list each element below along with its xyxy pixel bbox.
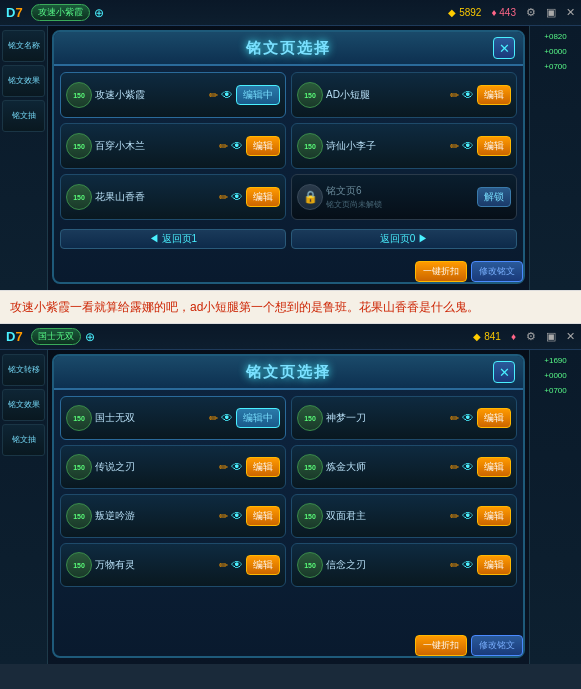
pencil-icon-d5[interactable]: ✏ — [219, 510, 228, 523]
card-d6: 150 双面君主 ✏ 👁 编辑 — [291, 494, 517, 538]
modal-title-1: 铭文页选择 — [246, 39, 331, 58]
menu-icon[interactable]: ▣ — [546, 6, 556, 19]
eye-icon-5[interactable]: 👁 — [231, 190, 243, 204]
eye-icon-2[interactable]: 👁 — [462, 88, 474, 102]
level-badge-d7: 150 — [66, 552, 92, 578]
edit-btn-d6[interactable]: 编辑 — [477, 506, 511, 526]
eye-icon-3[interactable]: 👁 — [231, 139, 243, 153]
edit-btn-1[interactable]: 编辑中 — [236, 85, 280, 105]
mode-btn-bottom[interactable]: 国士无双 — [31, 328, 81, 345]
sidebar-item-2[interactable]: 铭文效果 — [2, 65, 45, 97]
card-name-2: AD小短腿 — [326, 88, 447, 102]
card-2: 150 AD小短腿 ✏ 👁 编辑 — [291, 72, 517, 118]
logo-top: D7 — [6, 5, 23, 20]
modal-close-2[interactable]: ✕ — [493, 361, 515, 383]
diamond-icon-bottom: ♦ — [511, 331, 516, 342]
pencil-icon-d6[interactable]: ✏ — [450, 510, 459, 523]
menu-icon-bottom[interactable]: ▣ — [546, 330, 556, 343]
modal-header-1: 铭文页选择 ✕ — [54, 32, 523, 66]
sidebar-item-3[interactable]: 铭文抽 — [2, 100, 45, 132]
action-btn-discount-top[interactable]: 一键折扣 — [415, 261, 467, 282]
close-icon-top[interactable]: ✕ — [566, 6, 575, 19]
cards-grid-1: 150 攻速小紫霞 ✏ 👁 编辑中 150 AD小短腿 ✏ 👁 编辑 150 百… — [54, 66, 523, 226]
pencil-icon-d1[interactable]: ✏ — [209, 412, 218, 425]
edit-btn-d2[interactable]: 编辑 — [477, 408, 511, 428]
sidebar-bottom-1[interactable]: 铭文转移 — [2, 354, 45, 386]
prev-page-1[interactable]: ◀ 返回页1 — [60, 229, 286, 249]
edit-btn-3[interactable]: 编辑 — [246, 136, 280, 156]
right-sidebar-bottom: +1690 +0000 +0700 — [529, 350, 581, 664]
card-4: 150 诗仙小李子 ✏ 👁 编辑 — [291, 123, 517, 169]
unlock-btn-6[interactable]: 解锁 — [477, 187, 511, 207]
pencil-icon-d2[interactable]: ✏ — [450, 412, 459, 425]
level-badge-d1: 150 — [66, 405, 92, 431]
right-bottom-1: +1690 — [532, 354, 579, 367]
eye-icon-d8[interactable]: 👁 — [462, 558, 474, 572]
card-name-d3: 传说之刃 — [95, 460, 216, 474]
card-name-d1: 国士无双 — [95, 411, 206, 425]
sidebar-item-1[interactable]: 铭文名称 — [2, 30, 45, 62]
left-sidebar-top: 铭文名称 铭文效果 铭文抽 — [0, 26, 48, 290]
eye-icon-d1[interactable]: 👁 — [221, 411, 233, 425]
edit-btn-d8[interactable]: 编辑 — [477, 555, 511, 575]
plus-icon-bottom[interactable]: ⊕ — [85, 330, 95, 344]
eye-icon-d2[interactable]: 👁 — [462, 411, 474, 425]
commentary-section: 攻速小紫霞一看就算给露娜的吧，ad小短腿第一个想到的是鲁班。花果山香香是什么鬼。 — [0, 290, 581, 324]
level-badge-d8: 150 — [297, 552, 323, 578]
next-page-1[interactable]: 返回页0 ▶ — [291, 229, 517, 249]
eye-icon-d5[interactable]: 👁 — [231, 509, 243, 523]
pencil-icon-5[interactable]: ✏ — [219, 191, 228, 204]
edit-btn-4[interactable]: 编辑 — [477, 136, 511, 156]
card-5: 150 花果山香香 ✏ 👁 编辑 — [60, 174, 286, 220]
action-btn-discount-bottom[interactable]: 一键折扣 — [415, 635, 467, 656]
settings-icon[interactable]: ⚙ — [526, 6, 536, 19]
edit-btn-2[interactable]: 编辑 — [477, 85, 511, 105]
pencil-icon-d4[interactable]: ✏ — [450, 461, 459, 474]
card-name-d8: 信念之刃 — [326, 558, 447, 572]
edit-btn-d4[interactable]: 编辑 — [477, 457, 511, 477]
sidebar-bottom-2[interactable]: 铭文效果 — [2, 389, 45, 421]
card-d7: 150 万物有灵 ✏ 👁 编辑 — [60, 543, 286, 587]
cards-grid-2: 150 国士无双 ✏ 👁 编辑中 150 神梦一刀 ✏ 👁 编辑 150 传说之… — [54, 390, 523, 593]
action-btn-edit-top[interactable]: 修改铭文 — [471, 261, 523, 282]
settings-icon-bottom[interactable]: ⚙ — [526, 330, 536, 343]
eye-icon-d6[interactable]: 👁 — [462, 509, 474, 523]
top-game-bar: D7 攻速小紫霞 ⊕ ◆ 5892 ♦ 443 ⚙ ▣ ✕ — [0, 0, 581, 26]
card-name-d5: 叛逆吟游 — [95, 509, 216, 523]
edit-btn-d7[interactable]: 编辑 — [246, 555, 280, 575]
pencil-icon-d3[interactable]: ✏ — [219, 461, 228, 474]
edit-btn-d1[interactable]: 编辑中 — [236, 408, 280, 428]
card-name-d2: 神梦一刀 — [326, 411, 447, 425]
level-badge-3: 150 — [66, 133, 92, 159]
plus-icon[interactable]: ⊕ — [94, 6, 104, 20]
sidebar-bottom-3[interactable]: 铭文抽 — [2, 424, 45, 456]
card-name-5: 花果山香香 — [95, 190, 216, 204]
eye-icon-4[interactable]: 👁 — [462, 139, 474, 153]
pencil-icon-d7[interactable]: ✏ — [219, 559, 228, 572]
card-name-6: 铭文页6 — [326, 184, 474, 198]
edit-btn-d3[interactable]: 编辑 — [246, 457, 280, 477]
pencil-icon-d8[interactable]: ✏ — [450, 559, 459, 572]
right-item-3: +0700 — [532, 60, 579, 73]
pencil-icon-4[interactable]: ✏ — [450, 140, 459, 153]
eye-icon-d7[interactable]: 👁 — [231, 558, 243, 572]
level-badge-d2: 150 — [297, 405, 323, 431]
modal-close-1[interactable]: ✕ — [493, 37, 515, 59]
eye-icon-d3[interactable]: 👁 — [231, 460, 243, 474]
pencil-icon-1[interactable]: ✏ — [209, 89, 218, 102]
eye-icon-1[interactable]: 👁 — [221, 88, 233, 102]
eye-icon-d4[interactable]: 👁 — [462, 460, 474, 474]
close-icon-bottom[interactable]: ✕ — [566, 330, 575, 343]
pencil-icon-3[interactable]: ✏ — [219, 140, 228, 153]
card-3: 150 百穿小木兰 ✏ 👁 编辑 — [60, 123, 286, 169]
right-item-2: +0000 — [532, 45, 579, 58]
action-btns-bottom: 一键折扣 修改铭文 — [415, 635, 523, 656]
action-btn-edit-bottom[interactable]: 修改铭文 — [471, 635, 523, 656]
edit-btn-d5[interactable]: 编辑 — [246, 506, 280, 526]
card-d1: 150 国士无双 ✏ 👁 编辑中 — [60, 396, 286, 440]
mode-btn-top[interactable]: 攻速小紫霞 — [31, 4, 90, 21]
pencil-icon-2[interactable]: ✏ — [450, 89, 459, 102]
card-1: 150 攻速小紫霞 ✏ 👁 编辑中 — [60, 72, 286, 118]
right-item-1: +0820 — [532, 30, 579, 43]
edit-btn-5[interactable]: 编辑 — [246, 187, 280, 207]
